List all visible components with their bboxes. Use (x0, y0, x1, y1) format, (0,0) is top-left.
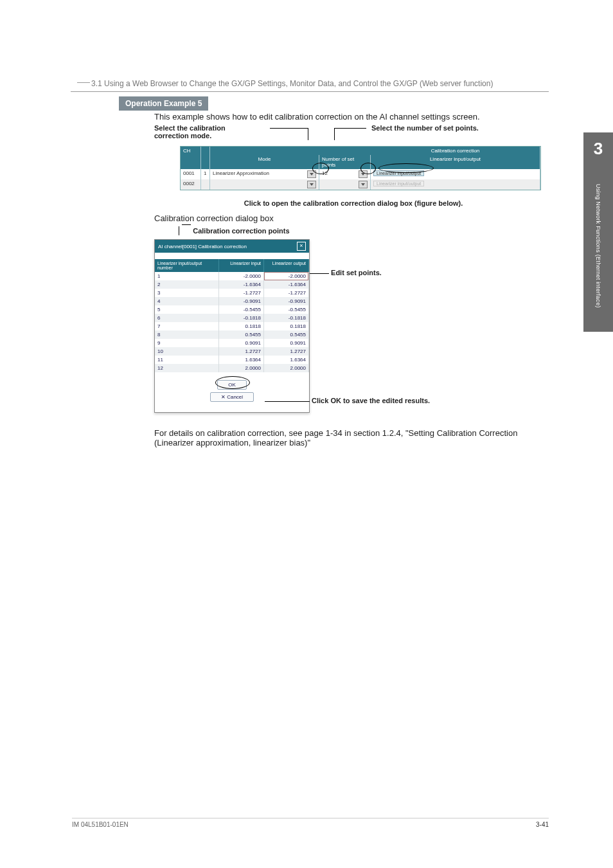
dialog-row[interactable]: 90.90910.9091 (155, 339, 309, 347)
dialog-header-output: Linearizer output (264, 259, 309, 272)
callout-click-open-dialog: Click to open the calibration correction… (154, 199, 553, 207)
chapter-side-label: Using Network Functions (Ethernet interf… (595, 165, 601, 326)
dialog-cell-input[interactable]: -0.1818 (219, 314, 264, 322)
grid-cell-mode[interactable]: Linearizer Approximation (210, 169, 319, 179)
dialog-cell-number: 11 (155, 356, 219, 364)
dialog-caption: Calibration correction dialog box (154, 213, 553, 223)
dialog-row[interactable]: 2-1.6364-1.6364 (155, 280, 309, 289)
dialog-title: AI channel[0001] Calibration correction (158, 244, 247, 249)
dialog-cell-input[interactable]: 1.2727 (219, 347, 264, 356)
dialog-cell-number: 1 (155, 272, 219, 280)
dialog-cell-output[interactable]: 2.0000 (264, 364, 309, 372)
grid-cell-ch: 0002 (181, 179, 201, 190)
grid-cell-n (201, 179, 210, 190)
grid-cell-mode-value: Linearizer Approximation (213, 170, 269, 176)
grid-header-mode: Mode (210, 155, 319, 169)
dialog-cell-input[interactable]: -2.0000 (219, 272, 264, 280)
cancel-button-label: Cancel (227, 394, 243, 400)
ai-channel-settings-grid: CH Calibration correction Mode Number of… (180, 146, 541, 190)
dialog-header-input: Linearizer input (219, 259, 264, 272)
dialog-header-number: Linearizer input/output number (155, 259, 219, 272)
see-details-text: For details on calibration correction, s… (154, 428, 553, 448)
dialog-cell-output[interactable]: -2.0000 (264, 272, 309, 280)
dialog-row[interactable]: 3-1.2727-1.2727 (155, 289, 309, 297)
callout-lead-line (334, 128, 366, 129)
grid-cell-setpoints-value: 12 (322, 170, 328, 176)
dialog-row[interactable]: 122.00002.0000 (155, 364, 309, 372)
callout-edit-set-points: Edit set points. (310, 269, 382, 276)
dialog-row[interactable]: 70.18180.1818 (155, 322, 309, 330)
dialog-cell-output[interactable]: -0.1818 (264, 314, 309, 322)
calibration-correction-dialog: AI channel[0001] Calibration correction … (154, 239, 310, 413)
linearizer-io-button[interactable]: Linearizer input/output (373, 170, 424, 176)
footer-page-number: 3-41 (536, 821, 549, 828)
cancel-button[interactable]: ✕ Cancel (210, 392, 254, 402)
dialog-cell-number: 12 (155, 364, 219, 372)
grid-header-ch: CH (181, 147, 201, 169)
dialog-cell-number: 8 (155, 330, 219, 339)
close-icon[interactable]: × (297, 242, 306, 251)
dialog-cell-output[interactable]: 0.1818 (264, 322, 309, 330)
dialog-row[interactable]: 6-0.1818-0.1818 (155, 314, 309, 322)
dropdown-icon[interactable] (307, 170, 316, 178)
callout-click-ok: Click OK to save the edited results. (265, 397, 470, 404)
dialog-cell-input[interactable]: 0.5455 (219, 330, 264, 339)
dialog-row[interactable]: 4-0.9091-0.9091 (155, 297, 309, 305)
callout-lead-line (270, 128, 308, 129)
grid-cell-n: 1 (201, 169, 210, 179)
grid-header-setpoints: Number of set points (319, 155, 371, 169)
callout-calibration-mode-line1: Select the calibration (154, 124, 226, 132)
callout-calibration-mode-line2: correction mode. (154, 132, 211, 140)
intro-text: This example shows how to edit calibrati… (154, 112, 553, 122)
ok-button[interactable]: OK (217, 380, 247, 390)
grid-cell-setpoints[interactable]: 12 (319, 169, 371, 179)
dialog-cell-number: 5 (155, 305, 219, 314)
chapter-thumb-tab: 3 Using Network Functions (Ethernet inte… (583, 132, 613, 332)
dialog-cell-output[interactable]: -0.5455 (264, 305, 309, 314)
dialog-cell-output[interactable]: 0.5455 (264, 330, 309, 339)
dialog-cell-input[interactable]: -0.5455 (219, 305, 264, 314)
callout-click-ok-text: Click OK to save the edited results. (312, 397, 430, 404)
dialog-cell-number: 7 (155, 322, 219, 330)
grid-cell-setpoints[interactable] (319, 179, 371, 190)
grid-group-label: Calibration correction (371, 147, 540, 155)
operation-example-heading: Operation Example 5 (119, 96, 208, 111)
dialog-cell-input[interactable]: 0.9091 (219, 339, 264, 347)
dialog-cell-input[interactable]: 2.0000 (219, 364, 264, 372)
dialog-cell-input[interactable]: -1.2727 (219, 289, 264, 297)
dialog-cell-output[interactable]: -1.2727 (264, 289, 309, 297)
dropdown-icon[interactable] (359, 181, 368, 188)
dialog-cell-output[interactable]: -1.6364 (264, 280, 309, 289)
dialog-row[interactable]: 80.54550.5455 (155, 330, 309, 339)
section-link[interactable]: 3.1 Using a Web Browser to Change the GX… (71, 79, 493, 88)
dialog-cell-output[interactable]: -0.9091 (264, 297, 309, 305)
dialog-cell-output[interactable]: 0.9091 (264, 339, 309, 347)
linearizer-io-button-disabled: Linearizer input/output (373, 181, 424, 186)
grid-cell-lio[interactable]: Linearizer input/output (371, 179, 540, 190)
dropdown-icon[interactable] (307, 181, 316, 188)
dropdown-icon[interactable] (359, 170, 368, 178)
callout-set-points: Select the number of set points. (371, 124, 519, 132)
dialog-cell-input[interactable]: 1.6364 (219, 356, 264, 364)
dialog-row[interactable]: 1-2.0000-2.0000 (155, 272, 309, 280)
dialog-row[interactable]: 101.27271.2727 (155, 347, 309, 356)
dialog-cell-input[interactable]: -0.9091 (219, 297, 264, 305)
dialog-row[interactable]: 5-0.5455-0.5455 (155, 305, 309, 314)
grid-header-n (201, 147, 210, 169)
grid-cell-mode[interactable] (210, 179, 319, 190)
grid-cell-lio[interactable]: Linearizer input/output (371, 169, 540, 179)
dialog-cell-number: 6 (155, 314, 219, 322)
dialog-cell-output[interactable]: 1.2727 (264, 347, 309, 356)
dialog-cell-number: 2 (155, 280, 219, 289)
dialog-cell-input[interactable]: 0.1818 (219, 322, 264, 330)
chapter-number: 3 (583, 139, 613, 159)
callout-edit-set-points-text: Edit set points. (331, 269, 382, 276)
callout-calibration-mode: Select the calibration correction mode. (154, 124, 270, 140)
dialog-cell-number: 9 (155, 339, 219, 347)
dialog-cell-number: 10 (155, 347, 219, 356)
callout-calibration-points-label: Calibration correction points (193, 227, 289, 235)
dialog-row[interactable]: 111.63641.6364 (155, 356, 309, 364)
dialog-cell-number: 3 (155, 289, 219, 297)
dialog-cell-output[interactable]: 1.6364 (264, 356, 309, 364)
dialog-cell-input[interactable]: -1.6364 (219, 280, 264, 289)
